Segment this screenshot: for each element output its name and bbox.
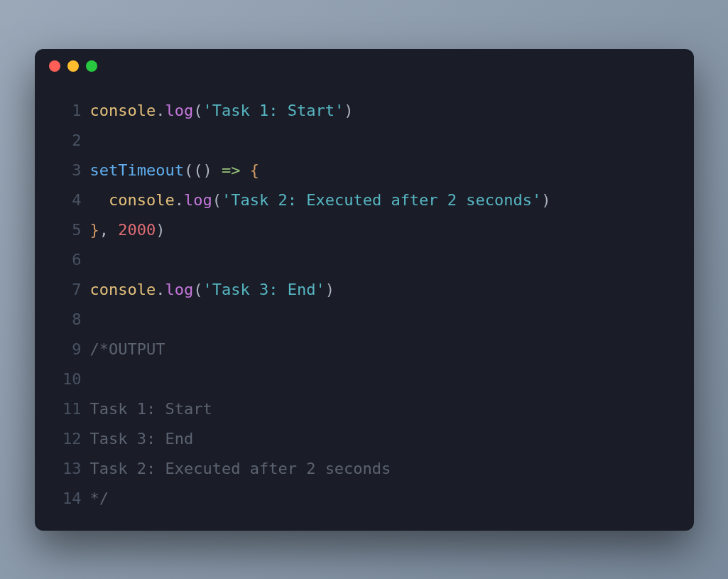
code-token: console: [90, 102, 156, 119]
code-token: log: [184, 191, 212, 209]
code-content: console.log('Task 1: Start'): [90, 96, 677, 126]
code-token: 'Task 3: End': [202, 281, 325, 298]
line-number: 8: [52, 305, 82, 335]
code-token: 2000: [118, 221, 156, 239]
code-line: 7console.log('Task 3: End'): [52, 275, 677, 305]
line-number: 14: [52, 484, 82, 514]
window-titlebar: [35, 49, 694, 83]
code-token: console: [90, 281, 156, 298]
code-line: 4 console.log('Task 2: Executed after 2 …: [52, 185, 677, 215]
code-token: log: [165, 102, 193, 119]
code-line: 3setTimeout(() => {: [52, 156, 677, 185]
line-number: 13: [52, 454, 82, 484]
code-token: 'Task 1: Start': [202, 102, 344, 119]
code-line: 12Task 3: End: [52, 424, 677, 454]
code-line: 10: [52, 364, 677, 394]
code-token: [240, 161, 249, 179]
code-content: setTimeout(() => {: [90, 156, 677, 185]
code-content: console.log('Task 2: Executed after 2 se…: [90, 185, 677, 215]
code-content: Task 3: End: [90, 424, 677, 454]
line-number: 6: [52, 245, 82, 275]
code-token: }: [90, 221, 99, 239]
code-line: 14*/: [52, 484, 677, 514]
code-content: Task 1: Start: [90, 394, 677, 424]
code-token: ): [156, 221, 165, 239]
code-line: 11Task 1: Start: [52, 394, 677, 424]
code-token: (: [193, 102, 202, 119]
code-token: log: [165, 281, 193, 298]
code-content: */: [90, 484, 677, 514]
code-token: =>: [222, 161, 241, 179]
code-content: Task 2: Executed after 2 seconds: [90, 454, 677, 484]
code-token: Task 3: End: [90, 430, 194, 448]
line-number: 11: [52, 394, 82, 424]
code-token: .: [156, 281, 165, 298]
code-token: .: [175, 191, 184, 209]
code-token: ): [541, 191, 550, 209]
code-token: ,: [99, 221, 119, 239]
code-line: 5}, 2000): [52, 215, 677, 245]
line-number: 4: [52, 185, 82, 215]
close-icon[interactable]: [49, 60, 60, 72]
code-line: 2: [52, 126, 677, 156]
code-line: 9/*OUTPUT: [52, 335, 677, 364]
code-token: ): [344, 102, 353, 119]
code-token: ): [202, 161, 222, 179]
code-content: console.log('Task 3: End'): [90, 275, 677, 305]
maximize-icon[interactable]: [86, 60, 97, 72]
code-token: ((: [184, 161, 203, 179]
line-number: 12: [52, 424, 82, 454]
code-token: setTimeout: [90, 161, 184, 179]
line-number: 2: [52, 126, 82, 156]
code-token: .: [156, 102, 165, 119]
code-line: 6: [52, 245, 677, 275]
code-content: /*OUTPUT: [90, 335, 677, 364]
line-number: 5: [52, 215, 82, 245]
line-number: 10: [52, 364, 82, 394]
code-line: 8: [52, 305, 677, 335]
line-number: 1: [52, 96, 82, 126]
code-token: (: [193, 281, 202, 298]
minimize-icon[interactable]: [67, 60, 79, 72]
code-editor[interactable]: 1console.log('Task 1: Start')23setTimeou…: [35, 83, 694, 531]
code-token: Task 1: Start: [90, 400, 212, 418]
code-window: 1console.log('Task 1: Start')23setTimeou…: [35, 49, 694, 531]
code-line: 13Task 2: Executed after 2 seconds: [52, 454, 677, 484]
code-token: 'Task 2: Executed after 2 seconds': [222, 191, 541, 209]
code-line: 1console.log('Task 1: Start'): [52, 96, 677, 126]
code-token: (: [212, 191, 222, 209]
code-token: {: [250, 161, 259, 179]
code-token: */: [90, 489, 109, 507]
code-token: [90, 191, 109, 209]
code-token: /*OUTPUT: [90, 340, 165, 358]
code-token: console: [109, 191, 175, 209]
code-token: ): [325, 281, 335, 298]
code-token: Task 2: Executed after 2 seconds: [90, 460, 391, 477]
line-number: 9: [52, 335, 82, 364]
line-number: 3: [52, 156, 82, 185]
code-content: }, 2000): [90, 215, 677, 245]
line-number: 7: [52, 275, 82, 305]
